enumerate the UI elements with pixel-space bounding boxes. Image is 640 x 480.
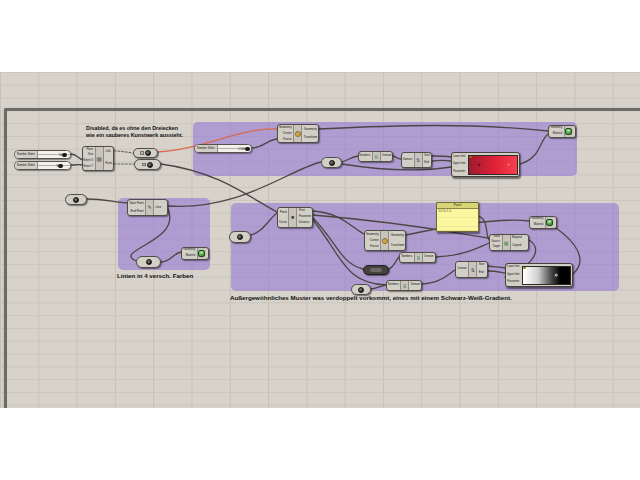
port-in: Curve: [279, 221, 287, 224]
bounds-outputs: Domain: [409, 281, 421, 290]
point-param-3[interactable]: [351, 284, 371, 295]
port-in: Plane: [87, 149, 94, 152]
bounds-icon: {}: [400, 281, 409, 290]
scale-icon: ↻: [293, 125, 302, 142]
port-in: Lower limit: [507, 266, 519, 269]
slider-track[interactable]: 10: [38, 151, 70, 158]
colour-wheel-icon: [146, 259, 152, 265]
curve-icon: [329, 160, 335, 166]
panel[interactable]: Panel 0.0 To 1.0: [436, 202, 479, 232]
port-in: Geometry: [184, 249, 196, 252]
number-slider-scale[interactable]: Number Slider 1.500: [194, 144, 252, 153]
remap-outputs: Mapped Clipped: [511, 235, 524, 250]
remap-icon: ▦: [502, 235, 511, 250]
port-in: Geometry: [366, 233, 379, 236]
value-pill: [370, 268, 382, 272]
port-out: Domain: [424, 256, 433, 259]
port-in: Numbers: [401, 256, 412, 259]
port-in: Value: [493, 236, 500, 239]
port-in: Domain: [403, 159, 412, 162]
port-out: Points: [105, 163, 112, 166]
pattern-note: Außergewöhnliches Muster was verdoppelt …: [230, 294, 560, 302]
bounds-outputs: Domain: [381, 152, 392, 161]
port-in: Parameter: [453, 171, 465, 174]
grid-icon: ▦: [95, 147, 104, 170]
scale-outputs: Geometry Transform: [302, 125, 318, 142]
line-inputs: Start Point End Point: [128, 200, 145, 215]
node-bounds-2[interactable]: Numbers {} Domain: [399, 252, 436, 263]
node-gradient-bw[interactable]: Lower limit Upper limit Parameter: [505, 263, 573, 287]
port-out: Domain: [382, 155, 391, 158]
slider-handle[interactable]: [58, 164, 63, 169]
ccp-outputs: Point Parameter Distance: [297, 208, 312, 227]
node-grid[interactable]: Plane Size Extent X Extent Y ▦ Cells Poi…: [82, 146, 114, 171]
scale-inputs: Geometry Center Factor: [278, 125, 293, 142]
node-dedomain-2[interactable]: Domain ⇅ Start End: [455, 261, 488, 278]
disabled-note: Disabled, da es ohne den Dreiecken wie e…: [86, 125, 186, 138]
point-param-2[interactable]: [229, 231, 251, 243]
node-remap[interactable]: Value Source Target ▦ Mapped Clipped: [489, 234, 529, 251]
dedomain-outputs: Start End: [423, 153, 431, 167]
slider-label: Number Slider: [195, 145, 218, 152]
port-out: End: [424, 162, 429, 165]
port-out: End: [479, 272, 484, 275]
red-gradient-swatch[interactable]: [468, 155, 518, 175]
point-param[interactable]: [65, 194, 87, 205]
port-out: Start: [479, 264, 485, 267]
slider-track[interactable]: 8: [38, 162, 70, 169]
line-icon: ✎: [145, 200, 154, 215]
number-slider-extent-y[interactable]: Number Slider 8: [14, 161, 71, 170]
scale-inputs: Geometry Center Factor: [365, 231, 380, 250]
port-out: Start: [424, 155, 430, 158]
node-preview-bw[interactable]: Geometry Material +: [529, 216, 557, 229]
disabled-component-1[interactable]: [133, 148, 158, 158]
node-preview-lines[interactable]: Geometry Material +: [181, 247, 209, 260]
bw-gradient-swatch[interactable]: [522, 266, 571, 285]
number-slider-extent-x[interactable]: Number Slider 10: [14, 150, 71, 159]
slider-track[interactable]: 1.500: [218, 145, 251, 152]
node-gradient-red[interactable]: Lower limit Upper limit Parameter: [451, 152, 520, 177]
disabled-component-2[interactable]: [134, 159, 161, 170]
slider-handle[interactable]: [245, 147, 250, 152]
port-out: Cells: [105, 151, 111, 154]
gradient-handle-icon[interactable]: [469, 156, 472, 159]
gradient-handle-icon[interactable]: [523, 267, 526, 270]
node-scale-2[interactable]: Geometry Center Factor ↻ Geometry Transf…: [364, 230, 406, 251]
port-in: Material: [534, 224, 544, 227]
port-out: Mapped: [512, 237, 522, 240]
slider-handle[interactable]: [62, 153, 67, 158]
preview-icon: +: [197, 248, 206, 259]
point-icon: [73, 197, 79, 203]
node-scale-1[interactable]: Geometry Center Factor ↻ Geometry Transf…: [277, 124, 319, 143]
node-dedomain-1[interactable]: Domain ⇅ Start End: [401, 152, 432, 168]
bounds-icon: {}: [372, 152, 381, 161]
brush-icon: [145, 150, 151, 156]
gradient-grip[interactable]: [555, 274, 558, 277]
gradient-grip[interactable]: [478, 163, 481, 166]
curve-param[interactable]: [321, 157, 342, 168]
node-bounds-3[interactable]: Numbers {} Domain: [386, 280, 422, 291]
node-line[interactable]: Start Point End Point ✎ Line: [127, 199, 168, 216]
slider-label: Number Slider: [15, 151, 38, 158]
node-curve-closest-point[interactable]: Point Curve ✱ Point Parameter Distance: [277, 207, 313, 228]
port-in: Size: [88, 154, 93, 157]
colour-param[interactable]: [136, 256, 161, 268]
bounds-inputs: Numbers: [359, 152, 372, 161]
port-in: Center: [370, 239, 379, 242]
gradient-grip[interactable]: [508, 163, 511, 166]
bounds-outputs: Domain: [423, 253, 435, 262]
port-in: Geometry: [532, 218, 544, 221]
disabled-note-line2: wie ein sauberes Kunstwerk aussieht.: [86, 132, 186, 139]
port-in: Start Point: [130, 202, 144, 205]
port-in: Material: [553, 133, 563, 136]
component-icon: [140, 151, 144, 155]
port-in: Target: [493, 246, 500, 249]
closest-point-icon: ✱: [288, 208, 297, 227]
bounds-icon: {}: [414, 253, 423, 262]
line-outputs: Line: [154, 200, 163, 215]
port-out: Distance: [299, 222, 309, 225]
panel-content[interactable]: 0.0 To 1.0: [437, 209, 478, 232]
node-preview-red[interactable]: Geometry Material +: [548, 125, 576, 138]
number-capsule[interactable]: [363, 265, 389, 275]
node-bounds-1[interactable]: Numbers {} Domain: [358, 151, 393, 162]
